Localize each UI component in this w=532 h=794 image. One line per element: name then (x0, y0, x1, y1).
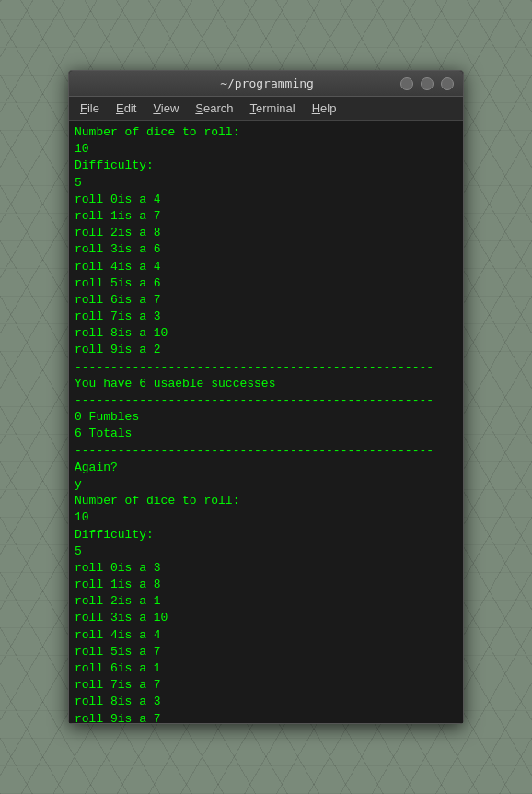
menu-view[interactable]: View (145, 99, 186, 117)
window-controls (400, 77, 454, 90)
terminal-output[interactable]: Number of dice to roll: 10 Difficulty: 5… (69, 121, 463, 723)
menu-file[interactable]: File (73, 99, 107, 117)
terminal-body: Number of dice to roll: 10 Difficulty: 5… (69, 121, 463, 723)
menu-edit[interactable]: Edit (109, 99, 144, 117)
maximize-button[interactable] (421, 77, 434, 90)
window-title: ~/programming (133, 76, 400, 90)
menu-search[interactable]: Search (188, 99, 240, 117)
terminal-window: ~/programming File Edit View Search Term… (68, 70, 464, 724)
menu-terminal[interactable]: Terminal (243, 99, 303, 117)
title-bar: ~/programming (69, 71, 463, 97)
close-button[interactable] (441, 77, 454, 90)
menu-bar: File Edit View Search Terminal Help (69, 97, 463, 121)
menu-help[interactable]: Help (305, 99, 344, 117)
minimize-button[interactable] (400, 77, 413, 90)
